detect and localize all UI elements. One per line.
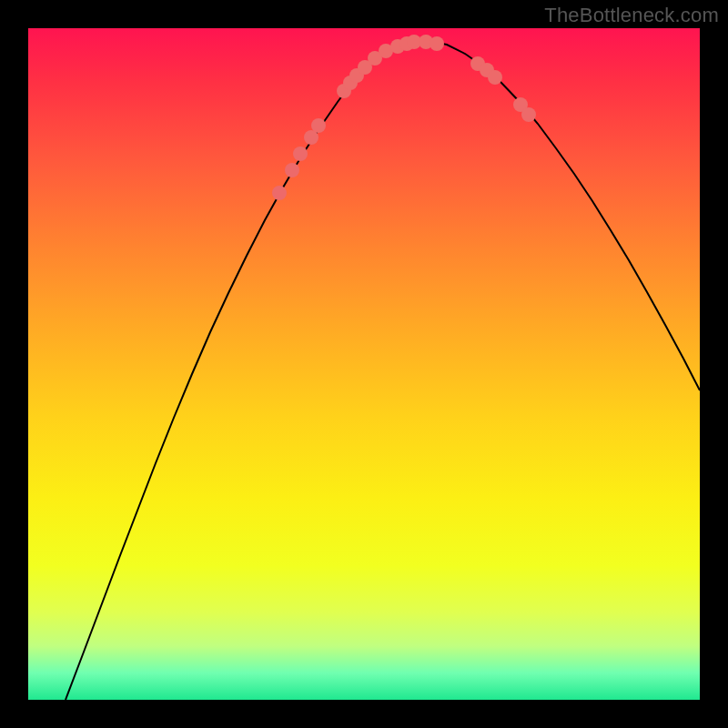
- highlight-dot: [285, 163, 299, 177]
- highlight-dot: [521, 107, 536, 122]
- highlight-dot: [293, 147, 308, 161]
- bottleneck-curve: [66, 42, 700, 700]
- highlight-dot: [311, 118, 326, 133]
- highlight-dot: [272, 186, 287, 200]
- chart-plot-area: [28, 28, 700, 700]
- chart-svg: [28, 28, 700, 700]
- highlight-dot: [488, 70, 502, 85]
- highlight-dot: [430, 36, 444, 51]
- watermark-text: TheBottleneck.com: [544, 4, 719, 27]
